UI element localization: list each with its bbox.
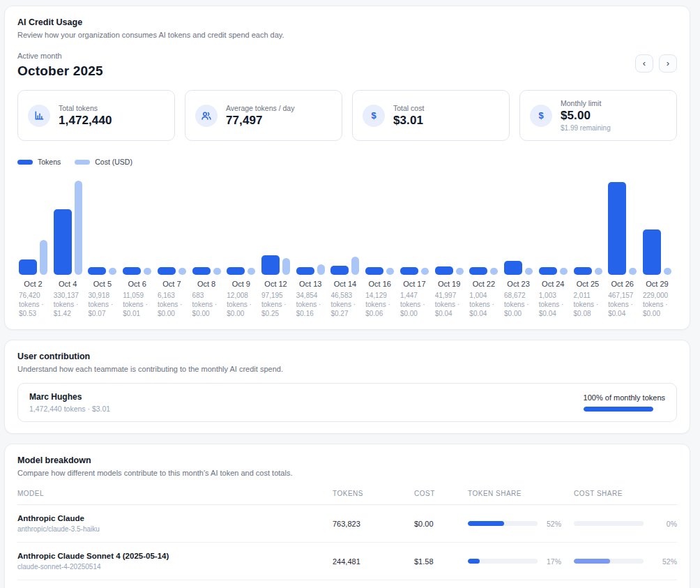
- model-table-header: MODEL TOKENS COST TOKEN SHARE COST SHARE: [17, 490, 677, 505]
- cost-bar: [248, 268, 255, 275]
- chart-day-column: Oct 8 683 tokens ·$0.00: [192, 267, 225, 318]
- chart-value-label: 1,004tokens ·$0.04: [469, 291, 502, 318]
- chart-date-label: Oct 8: [192, 280, 221, 288]
- chart-legend: Tokens Cost (USD): [17, 158, 677, 166]
- token-share-pct: 52%: [547, 520, 561, 528]
- tokens-bar: [261, 255, 280, 275]
- chart-date-label: Oct 12: [261, 280, 290, 288]
- chart-value-label: 12,008tokens ·$0.00: [227, 291, 259, 318]
- chart-day-column: Oct 2 76,420tokens ·$0.53: [19, 240, 52, 318]
- chart-date-label: Oct 22: [469, 280, 498, 288]
- chart-date-label: Oct 14: [330, 280, 359, 288]
- bar-chart-icon: [28, 105, 50, 127]
- legend-swatch: [75, 160, 90, 165]
- chart-day-column: Oct 9 12,008tokens ·$0.00: [227, 267, 259, 318]
- chart-date-label: Oct 9: [227, 280, 255, 288]
- model-id: claude-sonnet-4-20250514: [17, 563, 333, 571]
- tokens-bar: [54, 209, 72, 275]
- chart-date-label: Oct 6: [123, 280, 151, 288]
- cost-bar: [109, 268, 116, 275]
- prev-month-button[interactable]: ‹: [635, 54, 653, 73]
- stat-value: 1,472,440: [59, 114, 112, 128]
- cost-bar: [178, 268, 186, 275]
- chart-value-label: 30,918tokens ·$0.07: [88, 291, 121, 318]
- tokens-bar: [192, 267, 211, 275]
- chart-value-label: 76,420tokens ·$0.53: [19, 291, 52, 318]
- legend-item: Cost (USD): [75, 158, 132, 166]
- chart-day-column: Oct 6 11,059tokens ·$0.01: [123, 267, 155, 318]
- chart-value-label: 68,672tokens ·$0.00: [504, 291, 537, 318]
- chart-value-label: 41,997tokens ·$0.04: [435, 291, 468, 318]
- cost-share-pct: 52%: [662, 557, 677, 566]
- chart-date-label: Oct 26: [608, 280, 637, 288]
- stat-sub: $1.99 remaining: [561, 124, 611, 132]
- chart-date-label: Oct 29: [643, 280, 671, 288]
- user-contribution-row: Marc Hughes 1,472,440 tokens · $3.01 100…: [17, 383, 677, 422]
- chart-date-label: Oct 7: [158, 280, 186, 288]
- chart-date-label: Oct 23: [504, 280, 533, 288]
- chart-day-column: Oct 17 1,447tokens ·$0.00: [400, 267, 433, 318]
- model-cost: $1.58: [414, 557, 468, 566]
- tokens-bar: [158, 267, 176, 275]
- chart-day-column: Oct 24 1,003tokens ·$0.04: [539, 267, 572, 318]
- chart-value-label: 46,583tokens ·$0.27: [330, 291, 363, 318]
- stat-label: Total cost: [393, 104, 424, 112]
- legend-swatch: [17, 160, 33, 165]
- model-breakdown-title: Model breakdown: [17, 455, 677, 465]
- stat-card: Average tokens / day 77,497: [185, 90, 342, 141]
- active-month-value: October 2025: [17, 63, 103, 79]
- token-share-bar: [468, 559, 538, 564]
- next-month-button[interactable]: ›: [659, 54, 677, 73]
- cost-bar: [560, 268, 568, 275]
- chart-day-column: Oct 26 467,157tokens ·$0.04: [608, 182, 641, 318]
- chart-day-column: Oct 12 97,195tokens ·$0.25: [261, 255, 294, 318]
- chart-day-column: Oct 5 30,918tokens ·$0.07: [88, 267, 121, 318]
- cost-bar: [664, 268, 671, 275]
- stat-card: Total tokens 1,472,440: [17, 90, 175, 141]
- stat-label: Monthly limit: [561, 99, 611, 107]
- active-month-block: Active month October 2025: [17, 52, 103, 79]
- cost-bar: [386, 268, 394, 275]
- stat-value: $5.00: [561, 109, 611, 123]
- chart-value-label: 11,059tokens ·$0.01: [123, 291, 155, 318]
- cost-bar: [351, 257, 359, 275]
- active-month-label: Active month: [17, 52, 103, 60]
- chart-day-column: Oct 23 68,672tokens ·$0.00: [504, 261, 537, 318]
- chart-date-label: Oct 25: [574, 280, 602, 288]
- token-share-fill: [468, 559, 480, 564]
- cost-share-bar: [574, 559, 644, 564]
- page-subtitle: Review how your organization consumes AI…: [17, 31, 677, 39]
- tokens-bar: [88, 267, 106, 275]
- legend-item: Tokens: [17, 158, 61, 166]
- chart-day-column: Oct 19 41,997tokens ·$0.04: [435, 266, 468, 318]
- chart-date-label: Oct 19: [435, 280, 464, 288]
- cost-bar: [595, 268, 602, 275]
- stat-text: Monthly limit $5.00 $1.99 remaining: [561, 99, 611, 132]
- model-breakdown-desc: Compare how different models contribute …: [17, 469, 677, 477]
- chart-value-label: 6,163tokens ·$0.00: [158, 291, 190, 318]
- tokens-bar: [296, 267, 314, 275]
- chart-value-label: 229,000tokens ·$0.00: [643, 291, 676, 318]
- user-rows: Marc Hughes 1,472,440 tokens · $3.01 100…: [17, 383, 677, 422]
- chart-value-label: 683 tokens ·$0.00: [192, 291, 225, 318]
- dollar-icon: $: [530, 105, 552, 127]
- cost-share-bar: [574, 521, 644, 526]
- model-table-row: Anthropic Claude anthropic/claude-3.5-ha…: [17, 505, 677, 543]
- stat-value: 77,497: [226, 114, 294, 128]
- chart-value-label: 1,003tokens ·$0.04: [539, 291, 572, 318]
- chart-day-column: Oct 4 330,137tokens ·$1.42: [54, 181, 86, 318]
- stat-value: $3.01: [393, 114, 424, 128]
- cost-bar: [40, 240, 47, 275]
- header-tokens: TOKENS: [333, 490, 414, 497]
- stat-card: $ Monthly limit $5.00 $1.99 remaining: [519, 90, 677, 141]
- chart-day-column: Oct 29 229,000tokens ·$0.00: [643, 229, 676, 318]
- cost-bar: [75, 181, 82, 275]
- model-table-row: Anthropic Claude Sonnet 4 (2025-05-14) c…: [17, 543, 677, 580]
- tokens-bar: [435, 266, 453, 275]
- model-name: Anthropic Claude Sonnet 4 (2025-05-14): [17, 552, 333, 560]
- cost-bar: [525, 268, 533, 275]
- chart-value-label: 2,011tokens ·$0.08: [574, 291, 607, 318]
- cost-bar: [490, 268, 498, 275]
- chart-day-column: Oct 22 1,004tokens ·$0.04: [469, 267, 502, 318]
- header-cost: COST: [414, 490, 468, 497]
